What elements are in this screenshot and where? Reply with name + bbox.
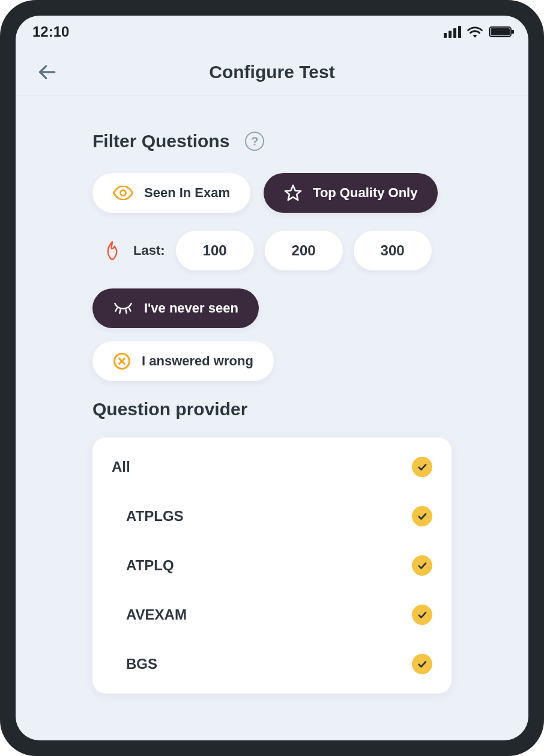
flame-icon bbox=[103, 240, 121, 261]
x-circle-icon bbox=[113, 352, 131, 370]
filter-title: Filter Questions bbox=[92, 131, 229, 151]
arrow-left-icon bbox=[37, 62, 57, 82]
app-header: Configure Test bbox=[16, 48, 528, 96]
smile-icon bbox=[113, 302, 133, 315]
last-option-200[interactable]: 200 bbox=[265, 231, 343, 270]
provider-item-label: BGS bbox=[126, 656, 157, 672]
status-bar: 12:10 bbox=[16, 16, 528, 48]
wifi-icon bbox=[467, 26, 483, 38]
check-icon bbox=[412, 654, 432, 674]
filter-row-3: I've never seen I answered wrong bbox=[92, 288, 452, 381]
filter-seen-in-exam[interactable]: Seen In Exam bbox=[92, 173, 250, 213]
filter-top-quality-label: Top Quality Only bbox=[313, 185, 417, 201]
svg-line-4 bbox=[119, 310, 120, 313]
provider-item-label: All bbox=[112, 459, 130, 475]
check-icon bbox=[412, 555, 432, 576]
filter-answered-wrong-label: I answered wrong bbox=[142, 353, 253, 369]
check-icon bbox=[412, 457, 432, 477]
provider-item-bgs[interactable]: BGS bbox=[92, 639, 452, 689]
status-indicators bbox=[444, 26, 512, 38]
provider-item-label: ATPLQ bbox=[126, 557, 174, 574]
filter-never-seen-label: I've never seen bbox=[144, 300, 238, 316]
cellular-signal-icon bbox=[444, 26, 461, 38]
battery-icon bbox=[489, 26, 512, 37]
provider-item-label: ATPLGS bbox=[126, 508, 184, 525]
help-icon[interactable]: ? bbox=[245, 132, 264, 151]
app-screen: 12:10 Configure Test bbox=[16, 16, 528, 740]
check-icon bbox=[412, 605, 432, 625]
eye-icon bbox=[113, 186, 133, 200]
svg-line-5 bbox=[126, 310, 127, 313]
provider-title: Question provider bbox=[92, 399, 452, 419]
status-time: 12:10 bbox=[32, 23, 69, 40]
provider-item-all[interactable]: All bbox=[92, 442, 452, 492]
filter-section-header: Filter Questions ? bbox=[92, 131, 452, 151]
provider-item-label: AVEXAM bbox=[126, 606, 187, 623]
provider-item-atplq[interactable]: ATPLQ bbox=[92, 541, 452, 590]
content-area: Filter Questions ? Seen In Exam Top Qual bbox=[16, 96, 528, 740]
last-option-300[interactable]: 300 bbox=[354, 231, 432, 270]
check-icon bbox=[412, 506, 432, 526]
provider-list: All ATPLGS ATPLQ bbox=[92, 437, 452, 694]
svg-point-1 bbox=[120, 190, 125, 195]
star-icon bbox=[284, 184, 302, 202]
filter-seen-in-exam-label: Seen In Exam bbox=[144, 185, 230, 201]
filter-answered-wrong[interactable]: I answered wrong bbox=[92, 341, 274, 381]
back-button[interactable] bbox=[34, 59, 60, 85]
device-frame: 12:10 Configure Test bbox=[0, 0, 544, 756]
svg-line-6 bbox=[129, 308, 130, 311]
last-lead: Last: bbox=[92, 240, 165, 261]
filter-row-1: Seen In Exam Top Quality Only bbox=[92, 173, 452, 213]
last-label: Last: bbox=[133, 243, 165, 258]
filter-never-seen[interactable]: I've never seen bbox=[92, 288, 259, 328]
provider-item-avexam[interactable]: AVEXAM bbox=[92, 590, 452, 639]
svg-marker-2 bbox=[285, 186, 301, 200]
filter-top-quality[interactable]: Top Quality Only bbox=[264, 173, 438, 213]
filter-row-last: Last: 100 200 300 bbox=[92, 231, 452, 270]
last-option-100[interactable]: 100 bbox=[176, 231, 254, 270]
svg-line-3 bbox=[116, 308, 117, 311]
provider-item-atplgs[interactable]: ATPLGS bbox=[92, 492, 452, 541]
page-title: Configure Test bbox=[209, 62, 334, 82]
